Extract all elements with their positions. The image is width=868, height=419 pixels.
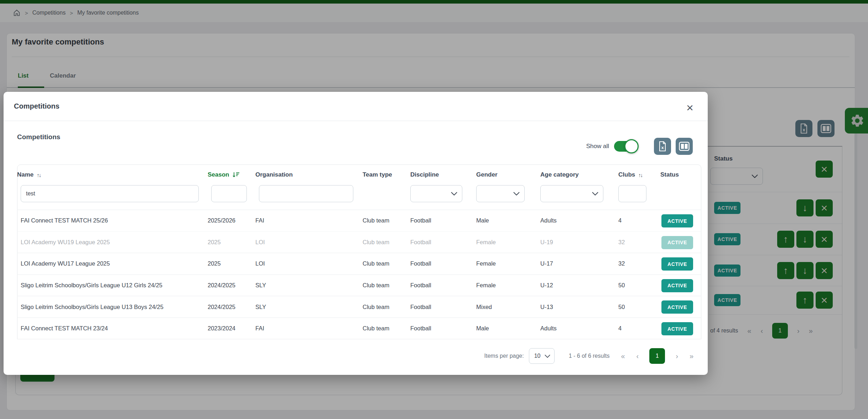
cell-season: 2023/2024 xyxy=(208,318,235,339)
cell-age-category: Adults xyxy=(540,210,557,231)
cell-gender: Female xyxy=(476,275,496,296)
next-page-button[interactable]: › xyxy=(676,352,678,360)
first-page-button[interactable]: « xyxy=(621,352,625,360)
cell-gender: Female xyxy=(476,232,496,253)
page-number-button[interactable]: 1 xyxy=(649,348,665,364)
cell-team-type: Club team xyxy=(363,296,389,318)
cell-team-type: Club team xyxy=(363,253,389,274)
cell-age-category: U-19 xyxy=(540,232,553,253)
screen: > Competitions > My favorite competition… xyxy=(0,0,868,419)
sort-icon: ↑↓ xyxy=(37,172,41,178)
gender-filter-select[interactable] xyxy=(476,185,525,202)
columns-button[interactable] xyxy=(676,138,693,155)
table-row[interactable]: Sligo Leitrim Schoolboys/Girls League U1… xyxy=(17,296,701,318)
table-header-row: Name↑↓ Season Organisation Team type Dis… xyxy=(4,164,708,185)
cell-clubs: 4 xyxy=(618,210,622,231)
discipline-filter-select[interactable] xyxy=(410,185,462,202)
last-page-button[interactable]: » xyxy=(690,352,693,360)
close-icon: × xyxy=(686,101,693,115)
modal-section-title: Competitions xyxy=(17,133,60,141)
cell-discipline: Football xyxy=(410,318,431,339)
table-row[interactable]: Sligo Leitrim Schoolboys/Girls League U1… xyxy=(17,274,701,296)
clubs-filter-input[interactable] xyxy=(618,185,646,202)
column-header-status: Status xyxy=(660,164,679,185)
table-row[interactable]: LOI Academy WU17 League 2025 2025 LOI Cl… xyxy=(17,253,701,274)
cell-name: FAI Connect TEST MATCH 25/26 xyxy=(21,210,108,231)
table-filter-row xyxy=(4,185,708,202)
cell-team-type: Club team xyxy=(363,318,389,339)
cell-name: Sligo Leitrim Schoolboys/Girls League U1… xyxy=(21,275,162,296)
chevron-down-icon xyxy=(513,192,520,195)
status-badge: ACTIVE xyxy=(661,214,693,227)
table-row[interactable]: FAI Connect TEST MATCH 25/26 2025/2026 F… xyxy=(17,210,701,231)
table-row[interactable]: LOI Academy WU19 League 2025 2025 LOI Cl… xyxy=(17,231,701,253)
show-all-toggle[interactable] xyxy=(614,141,637,152)
cell-season: 2024/2025 xyxy=(208,296,235,318)
sort-icon: ↑↓ xyxy=(638,172,642,178)
cell-discipline: Football xyxy=(410,253,431,274)
cell-name: FAI Connect TEST MATCH 23/24 xyxy=(21,318,108,339)
modal-header: Competitions xyxy=(4,92,708,121)
chevron-down-icon xyxy=(592,192,598,195)
cell-age-category: Adults xyxy=(540,318,557,339)
cell-age-category: U-13 xyxy=(540,296,553,318)
items-per-page-select[interactable]: 10 xyxy=(529,348,555,364)
cell-organisation: FAI xyxy=(255,210,264,231)
sort-desc-icon xyxy=(232,172,240,178)
modal-toolbar: Show all x xyxy=(586,138,693,155)
chevron-down-icon xyxy=(545,355,550,358)
season-filter-input[interactable] xyxy=(211,185,247,202)
results-count: 1 - 6 of 6 results xyxy=(569,353,610,359)
cell-clubs: 50 xyxy=(618,275,625,296)
columns-icon xyxy=(679,142,690,151)
cell-age-category: U-17 xyxy=(540,253,553,274)
items-per-page-label: Items per page: xyxy=(484,353,524,359)
cell-gender: Mixed xyxy=(476,296,492,318)
cell-discipline: Football xyxy=(410,232,431,253)
column-header-age-category: Age category xyxy=(540,164,579,185)
cell-clubs: 4 xyxy=(618,318,622,339)
items-per-page-value: 10 xyxy=(534,353,541,359)
cell-team-type: Club team xyxy=(363,275,389,296)
age-category-filter-select[interactable] xyxy=(540,185,603,202)
status-badge: ACTIVE xyxy=(661,257,693,271)
cell-clubs: 32 xyxy=(618,232,625,253)
column-header-season[interactable]: Season xyxy=(208,164,240,185)
cell-season: 2025 xyxy=(208,232,221,253)
competitions-modal: Competitions × Competitions Show all x N… xyxy=(4,92,708,375)
modal-pagination: Items per page: 10 1 - 6 of 6 results « … xyxy=(484,348,693,364)
cell-team-type: Club team xyxy=(363,232,389,253)
cell-season: 2025 xyxy=(208,253,221,274)
cell-organisation: SLY xyxy=(255,275,266,296)
status-badge: ACTIVE xyxy=(661,300,693,314)
cell-gender: Female xyxy=(476,253,496,274)
table-row[interactable]: FAI Connect TEST MATCH 23/24 2023/2024 F… xyxy=(17,318,701,339)
organisation-filter-input[interactable] xyxy=(259,185,353,202)
svg-text:x: x xyxy=(661,145,664,150)
cell-clubs: 32 xyxy=(618,253,625,274)
status-badge: ACTIVE xyxy=(661,236,693,249)
cell-team-type: Club team xyxy=(363,210,389,231)
excel-file-icon: x xyxy=(658,141,667,152)
modal-close-button[interactable]: × xyxy=(682,100,698,115)
column-header-clubs[interactable]: Clubs↑↓ xyxy=(618,164,642,185)
prev-page-button[interactable]: ‹ xyxy=(636,352,639,360)
cell-organisation: FAI xyxy=(255,318,264,339)
excel-export-button[interactable]: x xyxy=(654,138,671,155)
status-badge: ACTIVE xyxy=(661,322,693,335)
cell-clubs: 50 xyxy=(618,296,625,318)
modal-title: Competitions xyxy=(14,102,59,110)
cell-season: 2025/2026 xyxy=(208,210,235,231)
toggle-knob xyxy=(624,139,639,153)
cell-gender: Male xyxy=(476,210,489,231)
cell-organisation: SLY xyxy=(255,296,266,318)
name-filter-input[interactable] xyxy=(21,185,199,202)
cell-gender: Male xyxy=(476,318,489,339)
cell-organisation: LOI xyxy=(255,232,265,253)
chevron-down-icon xyxy=(451,192,457,195)
column-header-discipline: Discipline xyxy=(410,164,439,185)
cell-discipline: Football xyxy=(410,210,431,231)
cell-name: LOI Academy WU19 League 2025 xyxy=(21,232,110,253)
status-badge: ACTIVE xyxy=(661,279,693,292)
column-header-name[interactable]: Name↑↓ xyxy=(17,164,41,185)
